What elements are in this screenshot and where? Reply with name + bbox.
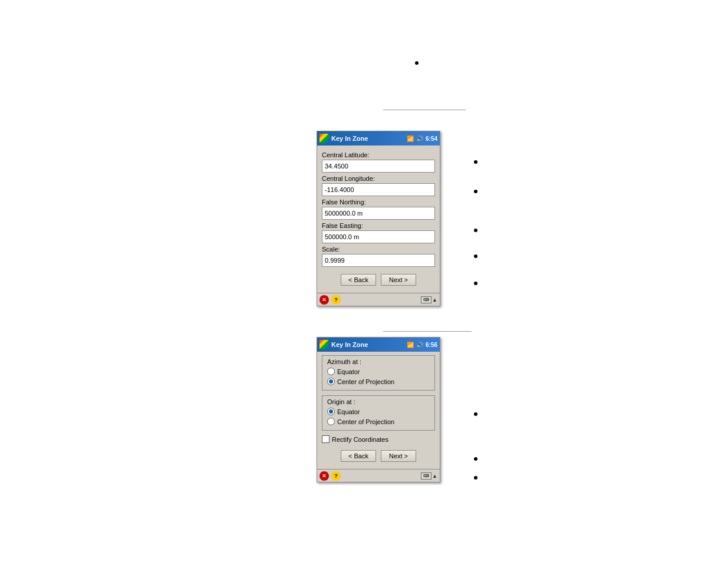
origin-center-radio[interactable]: [327, 418, 335, 425]
azimuth-group-label: Azimuth at :: [327, 358, 430, 365]
dialog-1-signal-icon: 📶: [407, 135, 414, 142]
bullet-6: [474, 282, 477, 285]
dialog-2-footer: ✕ ? ⌨ ▲: [317, 469, 440, 482]
rectify-label: Rectify Coordinates: [332, 436, 388, 443]
rectify-checkbox-option[interactable]: Rectify Coordinates: [322, 435, 435, 443]
dialog-1-title: Key In Zone: [331, 135, 368, 142]
bullet-4: [474, 229, 477, 232]
dialog-2-help-icon[interactable]: ?: [331, 471, 341, 481]
bullet-8: [474, 457, 477, 461]
false-easting-label: False Easting:: [322, 222, 435, 229]
azimuth-center-radio[interactable]: [327, 378, 335, 385]
dialog-2-next-button[interactable]: Next >: [381, 450, 416, 462]
false-easting-input[interactable]: [322, 230, 435, 243]
dialog-1-next-button[interactable]: Next >: [381, 274, 416, 286]
bullet-2: [474, 160, 477, 164]
scale-label: Scale:: [322, 246, 435, 253]
central-longitude-input[interactable]: [322, 183, 435, 196]
windows-logo-1: [319, 134, 329, 143]
bullet-9: [474, 476, 477, 480]
azimuth-center-option[interactable]: Center of Projection: [327, 378, 430, 385]
bullet-1: [415, 61, 419, 65]
central-latitude-label: Central Latitude:: [322, 151, 435, 158]
hline-1: [383, 110, 466, 110]
dialog-1-keyboard-icon[interactable]: ⌨ ▲: [421, 296, 437, 303]
origin-equator-radio[interactable]: [327, 408, 335, 415]
dialog-key-in-zone-1: Key In Zone 📶 🔊 6:54 Central Latitude: C…: [317, 131, 440, 306]
azimuth-equator-radio[interactable]: [327, 368, 335, 375]
dialog-1-close-icon[interactable]: ✕: [319, 295, 329, 305]
dialog-2-keyboard-icon[interactable]: ⌨ ▲: [421, 472, 437, 480]
central-longitude-label: Central Longitude:: [322, 175, 435, 182]
dialog-1-time: 6:54: [426, 135, 437, 142]
central-latitude-input[interactable]: [322, 160, 435, 173]
false-northing-input[interactable]: [322, 207, 435, 220]
dialog-2-back-button[interactable]: < Back: [341, 450, 376, 462]
dialog-1-help-icon[interactable]: ?: [331, 295, 341, 305]
bullet-5: [474, 254, 477, 258]
dialog-1-speaker-icon: 🔊: [416, 135, 423, 142]
bullet-7: [474, 412, 477, 416]
dialog-1-footer: ✕ ? ⌨ ▲: [317, 293, 440, 306]
windows-logo-2: [319, 340, 329, 349]
dialog-1-back-button[interactable]: < Back: [341, 274, 376, 286]
origin-center-label: Center of Projection: [337, 418, 394, 425]
origin-equator-option[interactable]: Equator: [327, 408, 430, 415]
azimuth-equator-label: Equator: [337, 368, 360, 375]
bullet-3: [474, 190, 477, 193]
scale-input[interactable]: [322, 254, 435, 267]
azimuth-center-label: Center of Projection: [337, 378, 394, 385]
azimuth-group: Azimuth at : Equator Center of Projectio…: [322, 355, 435, 391]
dialog-2-speaker-icon: 🔊: [416, 342, 423, 348]
false-northing-label: False Northing:: [322, 199, 435, 206]
dialog-2-time: 6:56: [426, 342, 437, 348]
dialog-2-signal-icon: 📶: [407, 342, 414, 348]
dialog-2-titlebar: Key In Zone 📶 🔊 6:56: [317, 338, 440, 352]
rectify-checkbox[interactable]: [322, 435, 330, 443]
origin-group: Origin at : Equator Center of Projection: [322, 395, 435, 431]
dialog-2-close-icon[interactable]: ✕: [319, 471, 329, 481]
azimuth-equator-option[interactable]: Equator: [327, 368, 430, 375]
origin-center-option[interactable]: Center of Projection: [327, 418, 430, 425]
origin-equator-label: Equator: [337, 408, 360, 415]
hline-2: [383, 331, 472, 332]
dialog-key-in-zone-2: Key In Zone 📶 🔊 6:56 Azimuth at : Equato…: [317, 337, 440, 482]
origin-group-label: Origin at :: [327, 398, 430, 405]
dialog-1-titlebar: Key In Zone 📶 🔊 6:54: [317, 131, 440, 146]
dialog-2-title: Key In Zone: [331, 341, 368, 348]
